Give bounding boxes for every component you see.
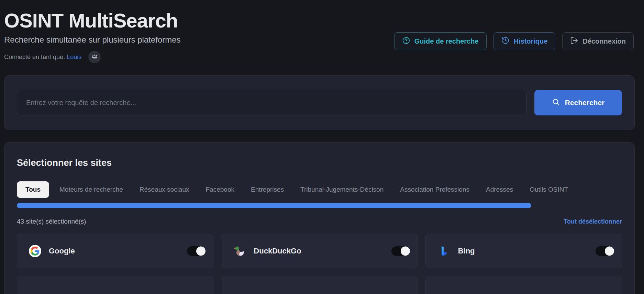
google-toggle[interactable] <box>187 246 206 256</box>
header-buttons: Guide de recherche Historique Déconnex <box>394 32 634 50</box>
magnifier-icon <box>552 98 560 108</box>
site-card-partial[interactable] <box>17 276 213 294</box>
toggle-knob <box>605 247 614 256</box>
site-label: Bing <box>458 247 475 256</box>
selected-count: 43 site(s) sélectionné(s) <box>17 218 86 225</box>
tab-outils-osint[interactable]: Outils OSINT <box>523 182 574 197</box>
tab-entreprises[interactable]: Entreprises <box>245 182 290 197</box>
site-card-partial[interactable] <box>425 276 622 294</box>
sites-heading: Sélectionner les sites <box>17 158 622 168</box>
connected-as-text: Connecté en tant que: Louis <box>4 54 81 61</box>
selection-row: 43 site(s) sélectionné(s) Tout désélecti… <box>17 218 622 225</box>
site-selection-panel: Sélectionner les sites Tous Moteurs de r… <box>4 142 635 294</box>
site-card-bing[interactable]: Bing <box>425 234 622 268</box>
search-input[interactable] <box>17 90 526 115</box>
tabs-scrollbar <box>17 203 622 208</box>
deselect-all-link[interactable]: Tout désélectionner <box>564 218 622 225</box>
page-header: OSINT MultiSearch Recherche simultanée s… <box>0 0 644 63</box>
site-card-duckduckgo[interactable]: DuckDuckGo <box>221 234 418 268</box>
toggle-knob <box>401 247 410 256</box>
search-button[interactable]: Rechercher <box>534 90 622 115</box>
search-panel: Rechercher <box>4 75 635 130</box>
duckduckgo-toggle[interactable] <box>391 246 410 256</box>
page-title: OSINT MultiSearch <box>4 9 634 32</box>
category-tabs: Tous Moteurs de recherche Réseaux sociau… <box>17 181 622 198</box>
site-card-partial[interactable] <box>221 276 418 294</box>
bing-b-icon <box>437 245 451 258</box>
tab-tribunal-jugements-decison[interactable]: Tribunal-Jugements-Décison <box>294 182 390 197</box>
tab-reseaux-sociaux[interactable]: Réseaux sociaux <box>133 182 196 197</box>
site-card-google[interactable]: Google <box>17 234 213 268</box>
tabs-scrollbar-thumb[interactable] <box>17 203 531 208</box>
sites-grid: Google DuckDuckGo <box>17 234 622 294</box>
duck-icon <box>233 245 246 258</box>
site-label: DuckDuckGo <box>254 247 301 256</box>
logout-button[interactable]: Déconnexion <box>562 32 634 50</box>
help-circle-icon <box>402 36 410 46</box>
toggle-knob <box>196 247 206 256</box>
connected-row: Connecté en tant que: Louis <box>4 51 634 63</box>
google-g-icon <box>29 245 41 257</box>
bing-toggle[interactable] <box>596 246 614 256</box>
history-button[interactable]: Historique <box>493 32 556 50</box>
site-label: Google <box>49 247 75 256</box>
tab-moteurs-de-recherche[interactable]: Moteurs de recherche <box>53 182 129 197</box>
username-link[interactable]: Louis <box>67 54 81 60</box>
log-out-icon <box>570 36 578 46</box>
tab-tous[interactable]: Tous <box>17 181 49 198</box>
history-clock-icon <box>501 36 510 46</box>
crown-icon <box>91 53 98 61</box>
tab-facebook[interactable]: Facebook <box>200 182 241 197</box>
tab-adresses[interactable]: Adresses <box>480 182 519 197</box>
guide-button[interactable]: Guide de recherche <box>394 32 487 50</box>
tab-association-professions[interactable]: Association Professions <box>394 182 476 197</box>
premium-badge <box>88 51 101 63</box>
